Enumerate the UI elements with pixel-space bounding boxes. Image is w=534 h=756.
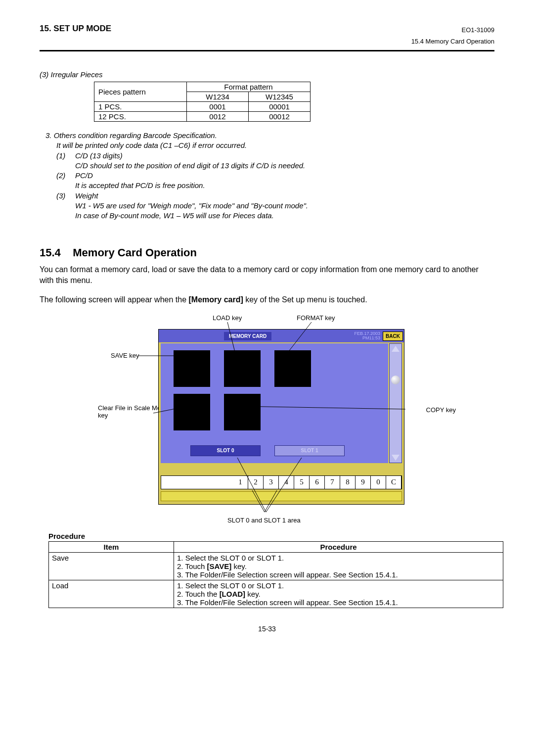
table-cell: 00001: [249, 102, 311, 112]
note-num: (1): [56, 151, 75, 161]
numeric-keypad: 1 2 3 4 5 6 7 8 9 0 C: [161, 475, 402, 489]
clear-file-key[interactable]: [174, 394, 210, 430]
screen-topbar: MEMORY CARD FEB.17.2003PM11:53 BACK: [159, 330, 404, 342]
procedure-heading: Procedure: [48, 532, 494, 540]
table-cell: Save: [49, 553, 174, 580]
header-subtitle: 15.4 Memory Card Operation: [40, 38, 494, 45]
status-bar: [161, 491, 402, 501]
key-0[interactable]: 0: [371, 476, 386, 489]
scrollbar[interactable]: [389, 343, 402, 463]
table-cell: Load: [49, 580, 174, 608]
callout-load-key: LOAD key: [213, 314, 242, 322]
callout-copy-key: COPY key: [426, 406, 456, 414]
table-cell: 12 PCS.: [94, 112, 187, 122]
header-doc-code: EO1-31009: [462, 26, 495, 34]
body-paragraph: The following screen will appear when th…: [40, 294, 494, 305]
callout-format-key: FORMAT key: [297, 314, 335, 322]
memory-card-screen: MEMORY CARD FEB.17.2003PM11:53 BACK: [158, 329, 404, 505]
scroll-up-icon[interactable]: [392, 346, 400, 352]
key-1[interactable]: 1: [233, 476, 248, 489]
keypad-spacer: [161, 476, 233, 489]
save-key[interactable]: [174, 350, 210, 387]
th-item: Item: [49, 542, 174, 553]
format-key[interactable]: [274, 350, 311, 387]
th-w12345: W12345: [249, 92, 311, 102]
callout-save-key: SAVE key: [111, 352, 139, 359]
key-4[interactable]: 4: [279, 476, 294, 489]
screen-figure: LOAD key FORMAT key SAVE key Clear File …: [89, 314, 445, 522]
note-line: It will be printed only code data (C1 –C…: [56, 141, 494, 150]
note-sub: In case of By-count mode, W1 – W5 will u…: [75, 211, 494, 221]
th-w1234: W1234: [187, 92, 249, 102]
screen-title: MEMORY CARD: [224, 332, 271, 340]
key-9[interactable]: 9: [356, 476, 371, 489]
header-rule: [40, 50, 494, 51]
th-format: Format pattern: [187, 82, 311, 92]
th-pieces: Pieces pattern: [94, 82, 187, 102]
table-cell: 1. Select the SLOT 0 or SLOT 1. 2. Touch…: [174, 553, 503, 580]
key-8[interactable]: 8: [340, 476, 356, 489]
note-num: (3): [56, 191, 75, 201]
section-title: Memory Card Operation: [73, 246, 197, 259]
note-sub: It is accepted that PC/D is free positio…: [75, 181, 494, 190]
table-cell: 0012: [187, 112, 249, 122]
procedure-table: Item Procedure Save 1. Select the SLOT 0…: [48, 541, 503, 608]
scroll-down-icon[interactable]: [392, 455, 400, 461]
scroll-thumb[interactable]: [391, 376, 400, 384]
note-num: (2): [56, 171, 75, 181]
note-title: C/D (13 digits): [75, 151, 123, 160]
body-paragraph: You can format a memory card, load or sa…: [40, 264, 494, 285]
section-number: 15.4: [40, 246, 61, 259]
table-cell: 0001: [187, 102, 249, 112]
note-title: PC/D: [75, 171, 93, 180]
slot-0-button[interactable]: SLOT 0: [190, 445, 261, 456]
table-cell: 1. Select the SLOT 0 or SLOT 1. 2. Touch…: [174, 580, 503, 608]
screen-datetime: FEB.17.2003PM11:53: [355, 331, 381, 340]
key-6[interactable]: 6: [310, 476, 325, 489]
header-chapter: 15. SET UP MODE: [40, 24, 111, 34]
copy-key[interactable]: [224, 394, 261, 430]
note-title: Weight: [75, 191, 98, 200]
note-sub: C/D should set to the position of end di…: [75, 161, 494, 171]
key-c[interactable]: C: [386, 476, 401, 489]
table-cell: 1 PCS.: [94, 102, 187, 112]
callout-slot-area: SLOT 0 and SLOT 1 area: [227, 517, 301, 524]
key-2[interactable]: 2: [248, 476, 264, 489]
table-cell: 00012: [249, 112, 311, 122]
note-sub: W1 - W5 are used for "Weigh mode", "Fix …: [75, 201, 494, 211]
slot-1-button[interactable]: SLOT 1: [274, 445, 345, 456]
irregular-heading: (3) Irregular Pieces: [40, 70, 494, 79]
load-key[interactable]: [224, 350, 261, 387]
irregular-table: Pieces pattern Format pattern W1234 W123…: [94, 82, 311, 122]
note-line: 3. Others condition regarding Barcode Sp…: [45, 131, 494, 141]
key-5[interactable]: 5: [294, 476, 310, 489]
section-heading: 15.4 Memory Card Operation: [40, 246, 494, 259]
screen-main-area: SLOT 0 SLOT 1: [161, 343, 388, 463]
th-procedure: Procedure: [174, 542, 503, 553]
page-number: 15-33: [40, 625, 494, 633]
key-7[interactable]: 7: [325, 476, 340, 489]
notes-block: 3. Others condition regarding Barcode Sp…: [45, 131, 494, 221]
back-button[interactable]: BACK: [383, 331, 403, 341]
key-3[interactable]: 3: [264, 476, 279, 489]
